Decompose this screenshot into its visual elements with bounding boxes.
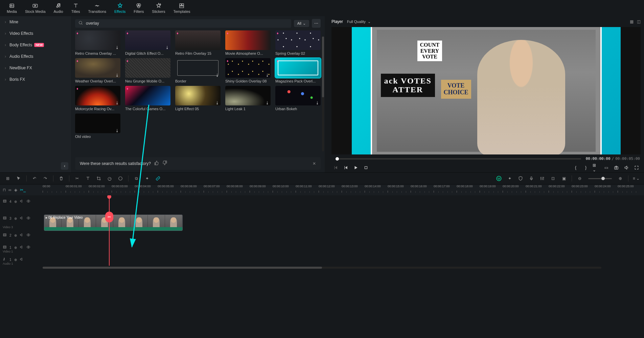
effect-item[interactable]: ♦⭳Weather Overlay Overl... (75, 58, 120, 83)
translate-button[interactable]: ✦ (143, 174, 152, 183)
effect-item[interactable]: ♦Spring Overlay 02 (275, 30, 321, 55)
color-button[interactable] (116, 174, 125, 183)
effect-item[interactable]: ⭳Urban Bokeh (275, 86, 321, 111)
sidebar-item[interactable]: ›Video Effects (0, 28, 71, 39)
effect-thumbnail[interactable]: ♦ (175, 30, 221, 50)
search-box[interactable] (75, 19, 291, 28)
sidebar-item[interactable]: ›Audio Effects (0, 51, 71, 62)
link-tracks-icon[interactable]: ∞ (8, 188, 12, 192)
timeline-clip[interactable]: ▸06 Replace Your Video (44, 215, 183, 231)
close-feedback-button[interactable]: ✕ (313, 161, 316, 166)
mute-track-icon[interactable] (20, 199, 24, 204)
track-header[interactable]: 1⊕Video 1 (0, 241, 43, 254)
effect-thumbnail[interactable]: ♦ (125, 58, 170, 78)
effect-item[interactable]: ♦Neu Grunge Mobile O... (125, 58, 170, 83)
snapshot-button[interactable] (613, 164, 620, 171)
effect-item[interactable]: ♦Movie Atmosphere O... (225, 30, 271, 55)
tab-transitions[interactable]: Transitions (84, 1, 110, 16)
download-icon[interactable]: ⭳ (115, 128, 119, 132)
record-button[interactable]: ⊡ (549, 174, 557, 183)
fullscreen-button[interactable] (633, 164, 640, 171)
scissor-icon[interactable]: ✂ (105, 212, 113, 222)
effect-strip[interactable] (44, 227, 182, 231)
visibility-icon[interactable] (26, 233, 30, 238)
effect-thumbnail[interactable]: ♦ (275, 58, 321, 78)
effect-item[interactable]: ⭳Old video (75, 114, 120, 139)
shield-button[interactable] (516, 174, 525, 183)
track-header[interactable]: 1⊕Audio 1 (0, 254, 43, 266)
add-track-icon[interactable]: ⊕ (14, 258, 17, 262)
filter-dropdown[interactable]: All ⌄ (294, 20, 309, 27)
prev-frame-button[interactable] (332, 164, 339, 171)
redo-button[interactable]: ↷ (41, 174, 50, 183)
tab-effects[interactable]: Effects (110, 1, 130, 16)
mixer-button[interactable] (538, 174, 547, 183)
enhance-button[interactable]: ✦ (505, 174, 514, 183)
undo-button[interactable]: ↶ (30, 174, 39, 183)
thumbs-down-button[interactable] (162, 161, 167, 166)
crop-button[interactable] (94, 174, 103, 183)
effect-item[interactable]: ♦The Colorful Games O... (125, 86, 170, 111)
text-tool-button[interactable] (84, 174, 92, 183)
add-track-icon[interactable]: ⊕ (14, 246, 17, 249)
mark-out-button[interactable]: } (582, 164, 589, 171)
effect-thumbnail[interactable]: ⭳ (75, 114, 120, 133)
browser-scrollbar[interactable] (322, 37, 324, 151)
track-header[interactable]: 4⊕ (0, 195, 43, 208)
group-button[interactable]: ⧉ (132, 174, 141, 183)
download-icon[interactable]: ⭳ (215, 101, 219, 105)
track-header[interactable]: 3⊕Video 3 (0, 208, 43, 229)
step-back-button[interactable] (342, 164, 349, 171)
effect-item[interactable]: ⭳Light Effect 05 (175, 86, 221, 111)
delete-button[interactable] (57, 174, 66, 183)
effect-item[interactable]: ♦Retro Film Overlay 15 (175, 30, 221, 55)
visibility-icon[interactable] (26, 199, 30, 204)
play-button[interactable] (352, 164, 359, 171)
marker-icon[interactable]: ◈ (14, 188, 17, 192)
effect-thumbnail[interactable]: ⭳ (175, 86, 221, 105)
tab-stock[interactable]: Stock Media (21, 1, 50, 16)
add-track-icon[interactable]: ⊕ (14, 217, 17, 220)
safe-zone-button[interactable]: ▭ (603, 164, 610, 171)
effect-item[interactable]: ⭳Border (175, 58, 221, 83)
zoom-in-button[interactable]: ⊕ (616, 174, 625, 183)
visibility-icon[interactable] (26, 216, 30, 221)
pointer-tool[interactable] (14, 174, 23, 183)
tab-media[interactable]: Media (3, 1, 21, 16)
voice-button[interactable] (527, 174, 536, 183)
collapse-sidebar-button[interactable]: ‹ (61, 162, 68, 170)
auto-ripple-icon[interactable]: ✂⎯ (20, 188, 26, 192)
aspect-button[interactable]: ⊞ ⌄ (593, 164, 599, 171)
tab-filters[interactable]: Filters (130, 1, 148, 16)
quality-dropdown[interactable]: Full Quality ⌄ (347, 20, 371, 24)
effect-thumbnail[interactable]: ♦⭳ (225, 58, 271, 78)
tab-titles[interactable]: Titles (67, 1, 84, 16)
download-icon[interactable]: ⭳ (115, 73, 119, 77)
magnet-icon[interactable]: ⊓ (3, 188, 6, 192)
effect-item[interactable]: ♦⭳Digital Glitch Effect O... (125, 30, 170, 55)
thumbs-up-button[interactable] (154, 161, 159, 166)
select-tool[interactable]: ⊞ (3, 174, 12, 183)
effect-thumbnail[interactable]: ♦⭳ (75, 30, 120, 50)
effect-thumbnail[interactable]: ♦⭳ (75, 86, 120, 105)
grid-view-icon[interactable]: ▦ (630, 19, 634, 24)
marker-button[interactable]: ▣ (559, 174, 568, 183)
tab-stickers[interactable]: Stickers (148, 1, 169, 16)
timeline-ruler[interactable]: 00:0000:00:01:0000:00:02:0000:00:03:0000… (43, 185, 644, 195)
effect-item[interactable]: ⭳Light Leak 1 (225, 86, 271, 111)
download-icon[interactable]: ⭳ (316, 101, 319, 105)
timeline-scrollbar[interactable] (43, 267, 601, 269)
effect-thumbnail[interactable]: ♦⭳ (75, 58, 120, 78)
mute-track-icon[interactable] (20, 245, 24, 250)
mute-track-icon[interactable] (20, 257, 24, 262)
ai-button[interactable] (495, 174, 503, 183)
player-scrubber[interactable] (336, 158, 581, 160)
download-icon[interactable]: ⭳ (266, 73, 269, 77)
more-options-button[interactable]: ⋯ (312, 19, 321, 28)
download-icon[interactable]: ⭳ (115, 45, 119, 49)
effect-thumbnail[interactable]: ⭳ (225, 86, 271, 105)
track-header[interactable]: 2⊕ (0, 229, 43, 241)
zoom-slider[interactable] (588, 178, 612, 179)
track-size-button[interactable]: ≡ ⌄ (632, 174, 641, 183)
effect-thumbnail[interactable]: ♦⭳ (125, 30, 170, 50)
